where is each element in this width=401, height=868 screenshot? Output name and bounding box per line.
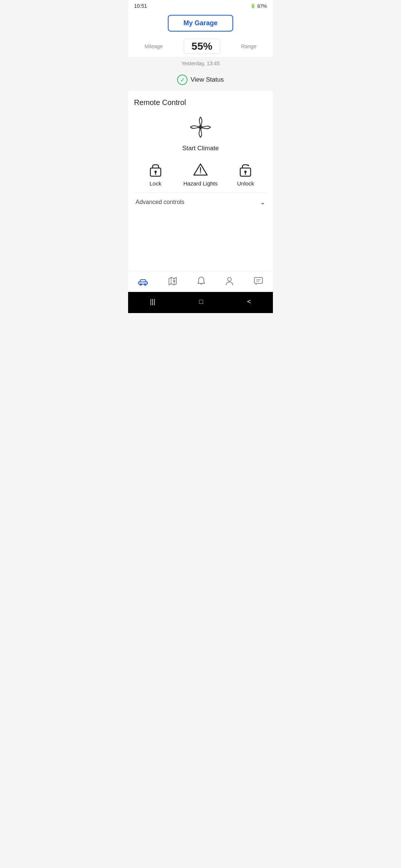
map-icon — [168, 276, 177, 286]
chat-icon — [254, 277, 263, 286]
battery-percent-value: 55% — [184, 39, 220, 54]
unlock-button[interactable]: Unlock — [231, 161, 260, 187]
android-back-button[interactable]: < — [239, 296, 258, 307]
advanced-controls-label: Advanced controls — [136, 199, 185, 206]
remote-control-title: Remote Control — [134, 98, 267, 107]
climate-section[interactable]: Start Climate — [134, 114, 267, 152]
remote-control-card: Remote Control Start Climate — [128, 91, 273, 271]
view-status-row[interactable]: ✓ View Status — [128, 70, 273, 89]
svg-rect-9 — [138, 282, 147, 284]
nav-item-person[interactable] — [221, 275, 238, 287]
svg-point-5 — [200, 172, 201, 174]
hazard-icon — [193, 161, 208, 177]
android-home-button[interactable]: □ — [192, 296, 211, 307]
control-row: Lock Hazard Lights — [134, 161, 267, 187]
fan-icon — [188, 114, 213, 140]
battery-icon: 🔋 — [250, 3, 256, 9]
mileage-label: Mileage — [144, 43, 163, 49]
hazard-button[interactable]: Hazard Lights — [183, 161, 218, 187]
bottom-nav — [128, 271, 273, 292]
svg-point-15 — [228, 277, 231, 281]
bell-icon — [197, 276, 206, 286]
battery-percent-center: 55% — [184, 40, 220, 52]
battery-percentage: 87% — [257, 3, 267, 9]
car-icon — [138, 277, 148, 286]
header: My Garage — [128, 10, 273, 37]
check-circle-icon: ✓ — [177, 75, 188, 85]
unlock-icon — [238, 161, 253, 177]
person-icon — [225, 276, 234, 286]
chevron-down-icon: ⌄ — [260, 198, 265, 206]
stats-row: Mileage 55% Range — [128, 37, 273, 57]
status-icons: 🔋 87% — [250, 3, 267, 9]
android-menu-button[interactable]: ||| — [143, 296, 163, 307]
climate-label: Start Climate — [182, 145, 219, 152]
status-time: 10:51 — [134, 3, 147, 9]
view-status-text: View Status — [190, 76, 224, 83]
nav-item-bell[interactable] — [192, 275, 210, 287]
android-nav: ||| □ < — [128, 292, 273, 313]
lock-button[interactable]: Lock — [141, 161, 170, 187]
hazard-label: Hazard Lights — [183, 180, 218, 187]
nav-item-chat[interactable] — [249, 275, 268, 287]
lock-label: Lock — [150, 180, 162, 187]
lock-icon — [148, 161, 163, 177]
nav-item-car[interactable] — [133, 275, 153, 287]
my-garage-button[interactable]: My Garage — [168, 15, 233, 32]
range-label: Range — [241, 43, 256, 49]
advanced-controls-row[interactable]: Advanced controls ⌄ — [134, 193, 267, 209]
svg-rect-16 — [254, 277, 263, 283]
status-bar: 10:51 🔋 87% — [128, 0, 273, 10]
nav-item-map[interactable] — [163, 275, 182, 287]
timestamp: Yesterday, 13:45 — [128, 57, 273, 70]
unlock-label: Unlock — [237, 180, 254, 187]
